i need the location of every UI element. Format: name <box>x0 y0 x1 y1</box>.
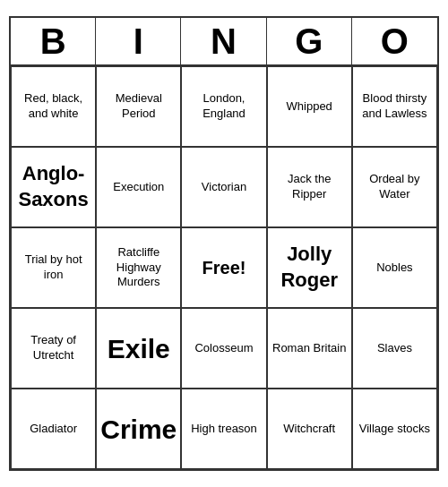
bingo-cell-7[interactable]: Victorian <box>181 147 266 227</box>
bingo-card: BINGO Red, black, and whiteMedieval Peri… <box>9 16 439 471</box>
bingo-cell-10[interactable]: Trial by hot iron <box>11 227 96 308</box>
bingo-cell-3[interactable]: Whipped <box>267 66 352 147</box>
bingo-cell-5[interactable]: Anglo-Saxons <box>11 147 96 227</box>
bingo-cell-9[interactable]: Ordeal by Water <box>352 147 437 227</box>
header-letter-B: B <box>11 18 96 64</box>
bingo-cell-8[interactable]: Jack the Ripper <box>267 147 352 227</box>
bingo-cell-12[interactable]: Free! <box>181 227 266 308</box>
bingo-cell-13[interactable]: Jolly Roger <box>267 227 352 308</box>
bingo-cell-11[interactable]: Ratcliffe Highway Murders <box>96 227 181 308</box>
bingo-cell-19[interactable]: Slaves <box>352 308 437 389</box>
bingo-grid: Red, black, and whiteMedieval PeriodLond… <box>11 66 437 469</box>
bingo-header: BINGO <box>11 18 437 66</box>
bingo-cell-21[interactable]: Crime <box>96 389 181 469</box>
bingo-cell-6[interactable]: Execution <box>96 147 181 227</box>
bingo-cell-2[interactable]: London, England <box>181 66 266 147</box>
bingo-cell-18[interactable]: Roman Britain <box>267 308 352 389</box>
header-letter-I: I <box>96 18 181 64</box>
header-letter-G: G <box>267 18 352 64</box>
bingo-cell-24[interactable]: Village stocks <box>352 389 437 469</box>
bingo-cell-17[interactable]: Colosseum <box>181 308 266 389</box>
bingo-cell-14[interactable]: Nobles <box>352 227 437 308</box>
bingo-cell-15[interactable]: Treaty of Utretcht <box>11 308 96 389</box>
bingo-cell-16[interactable]: Exile <box>96 308 181 389</box>
header-letter-N: N <box>181 18 266 64</box>
bingo-cell-22[interactable]: High treason <box>181 389 266 469</box>
bingo-cell-20[interactable]: Gladiator <box>11 389 96 469</box>
bingo-cell-4[interactable]: Blood thirsty and Lawless <box>352 66 437 147</box>
bingo-cell-1[interactable]: Medieval Period <box>96 66 181 147</box>
bingo-cell-23[interactable]: Witchcraft <box>267 389 352 469</box>
header-letter-O: O <box>352 18 437 64</box>
bingo-cell-0[interactable]: Red, black, and white <box>11 66 96 147</box>
